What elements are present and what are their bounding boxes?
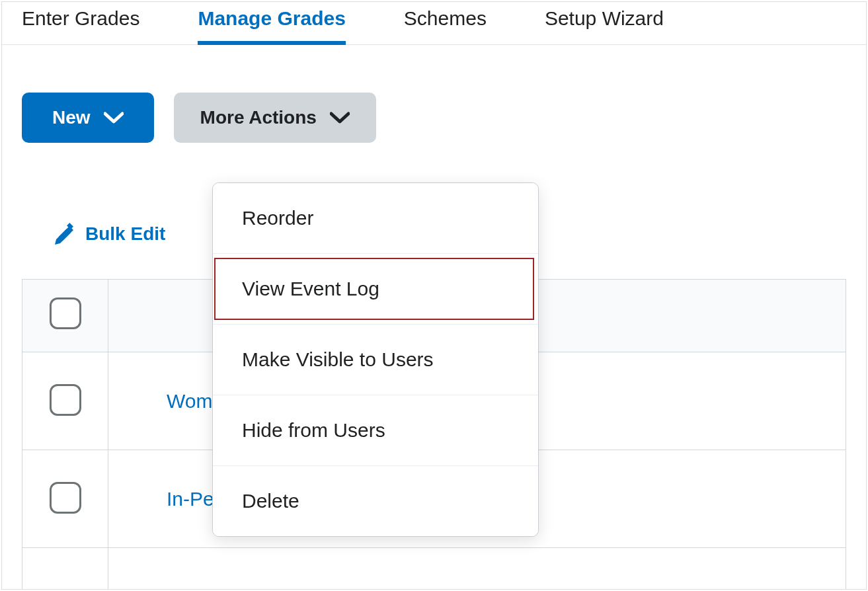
tab-setup-wizard[interactable]: Setup Wizard <box>545 7 664 44</box>
dropdown-item-view-event-log[interactable]: View Event Log <box>213 254 538 325</box>
more-actions-button[interactable]: More Actions <box>174 93 376 143</box>
row-name-cell <box>108 548 846 590</box>
more-actions-dropdown: Reorder View Event Log Make Visible to U… <box>212 182 539 537</box>
grade-item-link[interactable]: Wome <box>108 390 223 412</box>
tab-bar: Enter Grades Manage Grades Schemes Setup… <box>2 2 866 45</box>
header-checkbox-cell <box>22 280 108 352</box>
select-all-checkbox[interactable] <box>50 297 81 329</box>
table-row <box>22 548 846 590</box>
row-checkbox-cell <box>22 352 108 450</box>
bulk-edit-link[interactable]: Bulk Edit <box>52 222 165 246</box>
toolbar: New More Actions <box>2 45 866 143</box>
row-checkbox[interactable] <box>50 384 81 416</box>
new-button-label: New <box>52 107 91 128</box>
dropdown-item-delete[interactable]: Delete <box>213 466 538 536</box>
row-checkbox[interactable] <box>50 482 81 514</box>
row-checkbox-cell <box>22 450 108 548</box>
dropdown-item-make-visible[interactable]: Make Visible to Users <box>213 325 538 395</box>
chevron-down-icon <box>104 112 124 124</box>
chevron-down-icon <box>330 112 350 124</box>
row-checkbox-cell <box>22 548 108 590</box>
new-button[interactable]: New <box>22 93 154 143</box>
dropdown-item-hide-from-users[interactable]: Hide from Users <box>213 395 538 466</box>
dropdown-item-reorder[interactable]: Reorder <box>213 183 538 254</box>
bulk-edit-label: Bulk Edit <box>85 223 165 245</box>
more-actions-label: More Actions <box>200 107 317 128</box>
app-container: Enter Grades Manage Grades Schemes Setup… <box>1 1 867 590</box>
tab-manage-grades[interactable]: Manage Grades <box>198 7 345 44</box>
tab-schemes[interactable]: Schemes <box>404 7 487 44</box>
pencil-icon <box>52 222 76 246</box>
tab-enter-grades[interactable]: Enter Grades <box>22 7 139 44</box>
